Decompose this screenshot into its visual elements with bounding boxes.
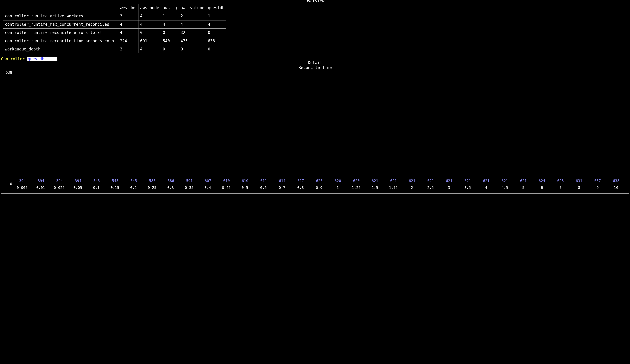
chart-bar-value: 638 [613,179,620,183]
metric-value: 3 [118,12,138,20]
chart-x-tick: 1 [328,185,347,190]
chart-x-tick: 4.5 [496,185,514,190]
metric-name: workqueue_depth [3,45,118,53]
chart-x-tick: 0.6 [254,185,273,190]
detail-subtitle: Reconcile Time [298,65,333,70]
chart-x-tick: 0.9 [310,185,328,190]
chart-x-tick: 0.4 [198,185,217,190]
chart-bar-value: 628 [557,179,564,183]
overview-title: Overview [304,0,326,3]
metric-value: 475 [179,37,206,45]
chart-x-tick: 0.25 [143,185,161,190]
metric-value: 4 [206,20,226,28]
metric-value: 4 [118,20,138,28]
chart-bar-column: 620 [310,179,328,184]
chart-bar-column: 621 [496,179,514,184]
chart-bar-column: 621 [366,179,384,184]
controller-input[interactable]: questdb [27,57,58,61]
chart-bar-value: 394 [19,179,26,183]
chart-bar-column: 624 [533,179,551,184]
chart-bar-value: 621 [409,179,416,183]
metric-value: 638 [206,37,226,45]
chart-bar-column: 621 [477,179,496,184]
metric-name: controller_runtime_max_concurrent_reconc… [3,20,118,28]
metric-value: 2 [179,12,206,20]
metric-value: 0 [179,45,206,53]
overview-panel: Overview aws-dnsaws-nodeaws-sgaws-volume… [1,1,629,55]
chart-bar-column: 621 [384,179,403,184]
chart-bar-value: 394 [38,179,44,183]
metric-value: 3 [118,45,138,53]
chart-x-tick: 0.2 [124,185,143,190]
chart-x-tick: 3 [440,185,458,190]
chart-bar-column: 621 [514,179,533,184]
chart-bar-value: 545 [130,179,137,183]
detail-panel: Detail Reconcile Time 394394394394545545… [1,63,629,194]
metric-value: 1 [206,12,226,20]
metric-value: 4 [179,20,206,28]
metric-value: 4 [161,20,179,28]
chart-bar-value: 621 [446,179,452,183]
chart-x-tick: 6 [532,185,551,190]
chart-bar-column: 394 [13,179,32,184]
table-row: controller_runtime_active_workers34121 [3,12,226,20]
chart-bar-column: 620 [328,179,347,184]
chart-bar-column: 591 [180,179,199,184]
chart-x-tick: 0.35 [180,185,198,190]
chart-bar-column: 545 [124,179,143,184]
chart-x-tick: 10 [607,185,626,190]
chart-x-tick: 0.3 [161,185,180,190]
chart-bar-column: 621 [403,179,421,184]
metric-name: controller_runtime_reconcile_time_second… [3,37,118,45]
chart-x-tick: 3.5 [458,185,477,190]
chart-bar-value: 621 [372,179,378,183]
chart-bar-value: 620 [316,179,322,183]
chart-bar-value: 545 [112,179,118,183]
chart-bar-value: 621 [464,179,471,183]
chart-x-tick: 0.15 [106,185,124,190]
chart-bar-column: 621 [458,179,477,184]
table-header: questdb [206,4,226,12]
chart-bar-column: 638 [607,179,626,184]
metric-value: 32 [179,28,206,37]
chart-bar-column: 621 [440,179,458,184]
chart-bar-value: 621 [520,179,527,183]
metric-value: 4 [138,20,161,28]
chart-bar-column: 545 [87,179,106,184]
chart-bars: 3943943943945455455455855865916076106106… [13,73,626,184]
chart-x-tick: 0.7 [273,185,291,190]
overview-table: aws-dnsaws-nodeaws-sgaws-volumequestdb c… [3,3,226,53]
chart-bar-column: 621 [421,179,440,184]
chart-x-tick: 0.8 [291,185,310,190]
chart-y-tick: 638 [4,70,12,75]
chart-x-tick: 0.005 [13,185,31,190]
table-row: controller_runtime_reconcile_errors_tota… [3,28,226,37]
metric-value: 0 [138,28,161,37]
metric-value: 4 [138,12,161,20]
chart-bar-column: 637 [588,179,607,184]
chart-bar-column: 394 [32,179,50,184]
chart-bar-column: 620 [347,179,366,184]
chart-bar-column: 545 [106,179,124,184]
chart-bar-column: 631 [570,179,588,184]
table-row: controller_runtime_reconcile_time_second… [3,37,226,45]
chart-bar-value: 586 [168,179,174,183]
chart-x-tick: 1.25 [347,185,366,190]
table-header: aws-node [138,4,161,12]
metric-value: 0 [206,28,226,37]
chart-y-tick: 0 [4,182,12,186]
metric-value: 0 [161,28,179,37]
chart-x-tick: 0.05 [68,185,87,190]
chart-bar-value: 394 [56,179,63,183]
chart-bar-column: 614 [273,179,292,184]
chart-bar-value: 621 [483,179,490,183]
chart-bar-value: 610 [242,179,248,183]
chart-bar-value: 621 [428,179,434,183]
chart-x-tick: 9 [588,185,607,190]
metric-value: 4 [118,28,138,37]
chart-bar-value: 620 [353,179,360,183]
table-row: controller_runtime_max_concurrent_reconc… [3,20,226,28]
chart-bar-value: 591 [186,179,193,183]
chart-bar-value: 621 [502,179,508,183]
chart-bar-value: 617 [298,179,304,183]
